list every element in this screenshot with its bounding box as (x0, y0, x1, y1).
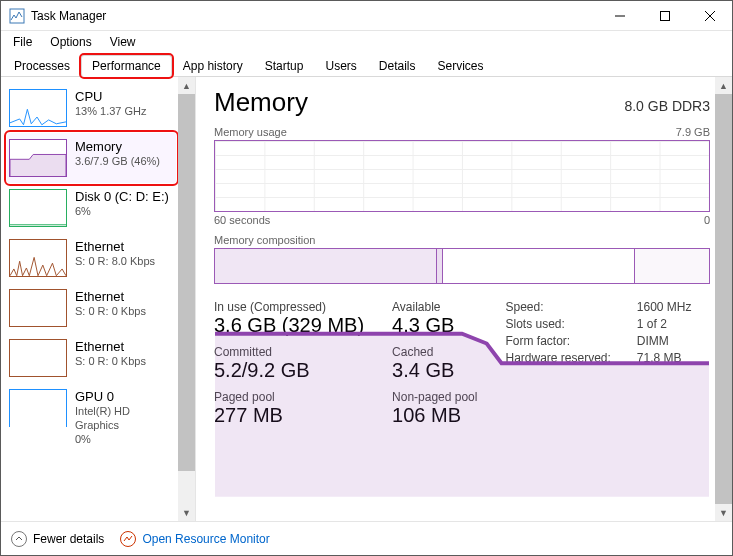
usage-max: 7.9 GB (676, 126, 710, 138)
sidebar-item-label: Ethernet (75, 239, 155, 255)
comp-standby (443, 249, 635, 283)
maximize-button[interactable] (642, 1, 687, 30)
page-title: Memory (214, 87, 308, 118)
sidebar-item-label: Ethernet (75, 289, 146, 305)
minimize-button[interactable] (597, 1, 642, 30)
fewer-details-button[interactable]: Fewer details (11, 531, 104, 547)
sidebar-item-cpu[interactable]: CPU13% 1.37 GHz (7, 83, 176, 133)
sidebar-item-sub: 13% 1.37 GHz (75, 105, 147, 119)
chevron-up-icon (11, 531, 27, 547)
main-header: Memory 8.0 GB DDR3 (214, 87, 710, 118)
resource-monitor-icon (120, 531, 136, 547)
sidebar-item-sub: 6% (75, 205, 169, 219)
scroll-down-icon[interactable]: ▼ (178, 504, 195, 521)
sidebar-item-memory[interactable]: Memory3.6/7.9 GB (46%) (7, 133, 176, 183)
menu-file[interactable]: File (5, 33, 40, 51)
sidebar-item-label: GPU 0 (75, 389, 172, 405)
disk-thumb (9, 189, 67, 227)
comp-free (635, 249, 709, 283)
scroll-thumb[interactable] (715, 94, 732, 504)
sidebar-item-sub: Intel(R) HD Graphics 0% (75, 405, 172, 446)
menu-options[interactable]: Options (42, 33, 99, 51)
tab-app-history[interactable]: App history (172, 55, 254, 77)
footer: Fewer details Open Resource Monitor (1, 521, 732, 555)
ethernet-thumb (9, 339, 67, 377)
scroll-down-icon[interactable]: ▼ (715, 504, 732, 521)
memory-composition-bar[interactable] (214, 248, 710, 284)
sidebar-item-label: Disk 0 (C: D: E:) (75, 189, 169, 205)
capacity-label: 8.0 GB DDR3 (624, 98, 710, 114)
menubar: File Options View (1, 31, 732, 53)
tab-users[interactable]: Users (314, 55, 367, 77)
main-scrollbar[interactable]: ▲ ▼ (715, 77, 732, 521)
ethernet-thumb (9, 239, 67, 277)
svg-marker-5 (10, 154, 66, 176)
content-body: CPU13% 1.37 GHz Memory3.6/7.9 GB (46%) D… (1, 77, 732, 521)
sidebar-item-sub: 3.6/7.9 GB (46%) (75, 155, 160, 169)
close-button[interactable] (687, 1, 732, 30)
scroll-up-icon[interactable]: ▲ (178, 77, 195, 94)
titlebar: Task Manager (1, 1, 732, 31)
sidebar-item-ethernet-2[interactable]: EthernetS: 0 R: 0 Kbps (7, 283, 176, 333)
tab-performance[interactable]: Performance (81, 55, 172, 77)
tab-startup[interactable]: Startup (254, 55, 315, 77)
gpu-thumb (9, 389, 67, 427)
tab-services[interactable]: Services (427, 55, 495, 77)
open-resource-monitor-link[interactable]: Open Resource Monitor (120, 531, 269, 547)
sidebar-item-ethernet-3[interactable]: EthernetS: 0 R: 0 Kbps (7, 333, 176, 383)
tab-processes[interactable]: Processes (3, 55, 81, 77)
menu-view[interactable]: View (102, 33, 144, 51)
cpu-thumb (9, 89, 67, 127)
tabbar: Processes Performance App history Startu… (1, 53, 732, 77)
sidebar-item-disk[interactable]: Disk 0 (C: D: E:)6% (7, 183, 176, 233)
sidebar-scrollbar[interactable]: ▲ ▼ (178, 77, 195, 521)
scroll-thumb[interactable] (178, 94, 195, 471)
sidebar-item-sub: S: 0 R: 0 Kbps (75, 305, 146, 319)
sidebar-item-gpu[interactable]: GPU 0Intel(R) HD Graphics 0% (7, 383, 176, 453)
comp-in-use (215, 249, 437, 283)
main-panel: Memory 8.0 GB DDR3 Memory usage 7.9 GB 6… (196, 77, 732, 521)
sidebar-item-ethernet-1[interactable]: EthernetS: 0 R: 8.0 Kbps (7, 233, 176, 283)
svg-marker-6 (215, 334, 709, 497)
window-title: Task Manager (31, 9, 597, 23)
scroll-up-icon[interactable]: ▲ (715, 77, 732, 94)
app-icon (9, 8, 25, 24)
usage-label-row: Memory usage 7.9 GB (214, 126, 710, 138)
sidebar-item-sub: S: 0 R: 8.0 Kbps (75, 255, 155, 269)
tab-details[interactable]: Details (368, 55, 427, 77)
resource-monitor-label: Open Resource Monitor (142, 532, 269, 546)
memory-thumb (9, 139, 67, 177)
sidebar-item-label: CPU (75, 89, 147, 105)
sidebar-item-label: Ethernet (75, 339, 146, 355)
svg-rect-2 (660, 11, 669, 20)
fewer-details-label: Fewer details (33, 532, 104, 546)
sidebar-item-label: Memory (75, 139, 160, 155)
usage-label: Memory usage (214, 126, 287, 138)
memory-usage-graph[interactable] (214, 140, 710, 212)
ethernet-thumb (9, 289, 67, 327)
task-manager-window: Task Manager File Options View Processes… (0, 0, 733, 556)
sidebar: CPU13% 1.37 GHz Memory3.6/7.9 GB (46%) D… (1, 77, 196, 521)
sidebar-item-sub: S: 0 R: 0 Kbps (75, 355, 146, 369)
